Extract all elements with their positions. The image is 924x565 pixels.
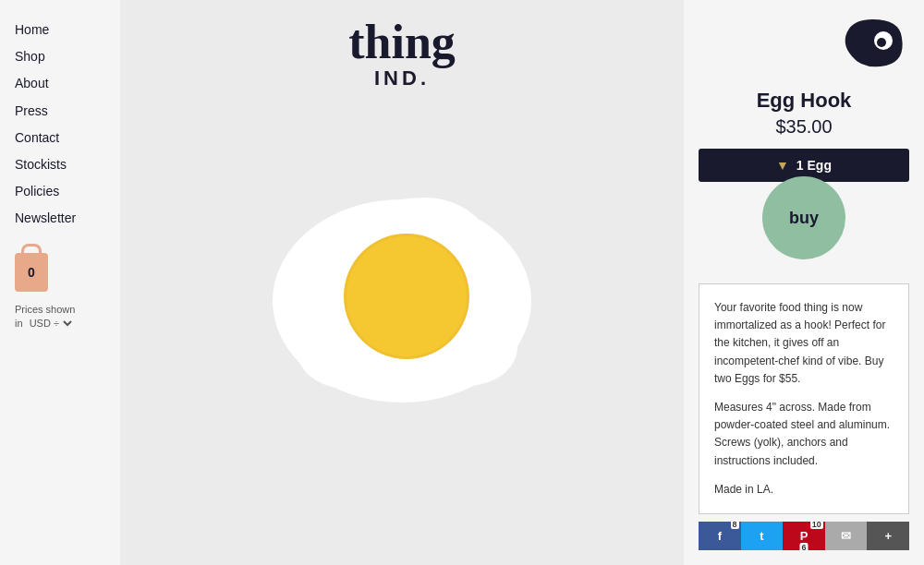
product-image <box>245 116 559 449</box>
buy-button-container: buy <box>699 193 909 276</box>
sidebar-item-contact[interactable]: Contact <box>15 126 105 150</box>
social-share-bar: f 8 t P 10 6 ✉ + <box>699 522 909 550</box>
brand-logo <box>835 15 909 70</box>
pinterest-count: 10 <box>810 522 823 529</box>
prices-label: Prices shown in USD ÷ <box>15 303 75 331</box>
main-image-area: thing IND. <box>120 0 684 565</box>
description-p2: Measures 4" across. Made from powder-coa… <box>714 399 894 470</box>
facebook-count: 8 <box>731 522 739 529</box>
sidebar-item-about[interactable]: About <box>15 72 105 95</box>
twitter-share-button[interactable]: t <box>741 522 784 550</box>
svg-point-7 <box>877 38 886 47</box>
sidebar: Home Shop About Press Contact Stockists … <box>0 0 120 565</box>
cart-area: 0 Prices shown in USD ÷ <box>15 253 105 331</box>
sidebar-item-stockists[interactable]: Stockists <box>15 153 105 176</box>
cart-icon[interactable]: 0 <box>15 253 48 292</box>
sidebar-item-newsletter[interactable]: Newsletter <box>15 207 105 230</box>
logo-area: thing IND. <box>348 18 456 90</box>
right-panel: Egg Hook $35.00 ▼ 1 Egg buy Your favorit… <box>684 0 924 565</box>
buy-button[interactable]: buy <box>762 176 845 259</box>
variant-label: 1 Egg <box>796 158 832 173</box>
more-share-button[interactable]: + <box>867 522 909 550</box>
sidebar-item-shop[interactable]: Shop <box>15 45 105 68</box>
logo-ind: IND. <box>348 66 456 90</box>
sidebar-item-policies[interactable]: Policies <box>15 180 105 203</box>
sidebar-item-home[interactable]: Home <box>15 18 105 42</box>
currency-select[interactable]: USD ÷ <box>26 317 75 330</box>
variant-arrow: ▼ <box>776 158 789 173</box>
pinterest-icon: P <box>800 529 808 543</box>
pinterest-share-button[interactable]: P 10 6 <box>783 522 825 550</box>
logo-thing: thing <box>348 18 456 66</box>
svg-point-5 <box>346 236 467 356</box>
more-icon: + <box>884 529 892 543</box>
sidebar-item-press[interactable]: Press <box>15 100 105 123</box>
cart-count: 0 <box>28 265 35 280</box>
description-p1: Your favorite food thing is now immortal… <box>714 299 894 388</box>
product-price: $35.00 <box>775 116 832 138</box>
product-title: Egg Hook <box>757 89 852 113</box>
bottom-count: 6 <box>799 543 808 550</box>
sidebar-nav: Home Shop About Press Contact Stockists … <box>15 18 105 231</box>
product-description: Your favorite food thing is now immortal… <box>699 283 909 514</box>
facebook-icon: f <box>718 529 722 543</box>
facebook-share-button[interactable]: f 8 <box>699 522 741 550</box>
email-icon: ✉ <box>841 529 851 543</box>
description-p3: Made in LA. <box>714 481 894 499</box>
email-share-button[interactable]: ✉ <box>825 522 868 550</box>
twitter-icon: t <box>760 529 763 543</box>
